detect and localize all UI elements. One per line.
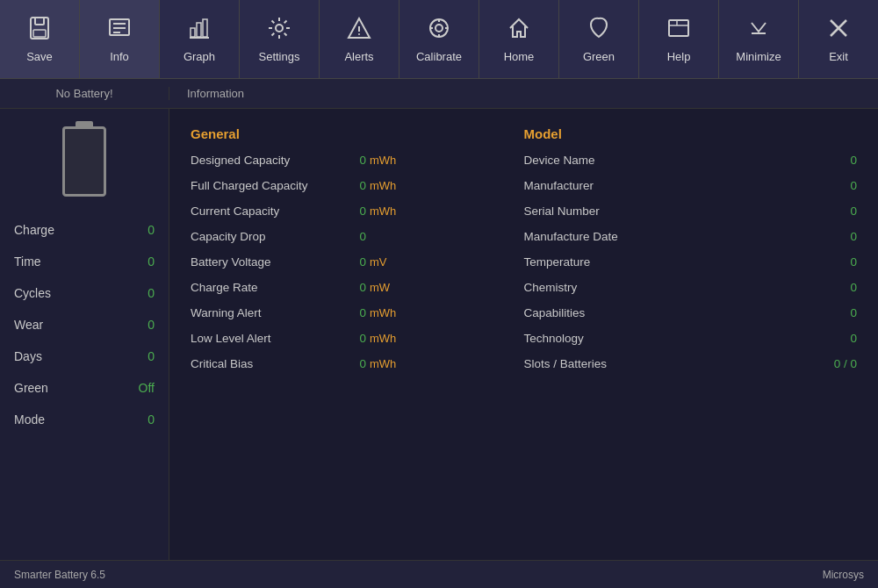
manufacture-date-value: 0 [665, 230, 858, 243]
cycles-stat: Cycles 0 [0, 277, 169, 309]
slots-batteries-value: 0 / 0 [665, 357, 858, 370]
capacity-drop-label: Capacity Drop [191, 230, 340, 243]
slots-batteries-label: Slots / Batteries [524, 357, 665, 370]
cycles-value: 0 [148, 286, 155, 300]
right-panel: General Designed Capacity 0 mWh Full Cha… [169, 109, 878, 560]
section-title: Information [169, 87, 244, 100]
svg-point-11 [276, 25, 283, 32]
charge-rate-value: 0 [340, 281, 366, 294]
graph-icon [187, 16, 212, 45]
model-header: Model [524, 126, 858, 141]
temperature-label: Temperature [524, 255, 665, 269]
footer-app-name: Smarter Battery 6.5 [14, 569, 105, 581]
green-icon [587, 16, 611, 45]
info-section: General Designed Capacity 0 mWh Full Cha… [191, 126, 857, 383]
exit-button[interactable]: Exit [799, 0, 878, 78]
help-button[interactable]: Help [639, 0, 719, 78]
calibrate-button[interactable]: Calibrate [399, 0, 479, 78]
manufacture-date-row: Manufacture Date 0 [524, 230, 858, 243]
days-stat: Days 0 [0, 341, 169, 372]
days-value: 0 [148, 349, 155, 363]
info-label: Info [110, 50, 129, 63]
technology-row: Technology 0 [524, 332, 858, 345]
save-icon [27, 16, 52, 45]
serial-number-row: Serial Number 0 [524, 204, 858, 218]
full-charged-row: Full Charged Capacity 0 mWh [191, 179, 524, 192]
toolbar: Save Info Graph [0, 0, 878, 79]
green-stat: Green Off [0, 372, 169, 404]
minimize-icon [746, 16, 771, 45]
green-label: Green [14, 381, 48, 395]
charge-rate-label: Charge Rate [191, 281, 340, 294]
subheader: No Battery! Information [0, 79, 878, 109]
green-button[interactable]: Green [559, 0, 639, 78]
critical-bias-label: Critical Bias [191, 357, 340, 370]
current-capacity-row: Current Capacity 0 mWh [191, 204, 524, 218]
designed-capacity-value: 0 [340, 154, 366, 167]
home-button[interactable]: Home [479, 0, 559, 78]
device-name-label: Device Name [524, 154, 665, 167]
capacity-drop-value: 0 [340, 230, 366, 243]
wear-stat: Wear 0 [0, 309, 169, 341]
technology-label: Technology [524, 332, 665, 345]
time-stat: Time 0 [0, 246, 169, 277]
general-header: General [191, 126, 524, 141]
exit-icon [826, 16, 851, 45]
temperature-value: 0 [665, 255, 858, 269]
chemistry-label: Chemistry [524, 281, 665, 294]
serial-number-label: Serial Number [524, 204, 665, 218]
battery-voltage-label: Battery Voltage [191, 255, 340, 269]
svg-rect-7 [191, 28, 195, 37]
svg-rect-1 [35, 18, 44, 25]
current-capacity-value: 0 [340, 204, 366, 218]
manufacturer-value: 0 [665, 179, 858, 192]
battery-voltage-row: Battery Voltage 0 mV [191, 255, 524, 269]
battery-icon [58, 118, 111, 197]
svg-point-13 [358, 33, 360, 35]
manufacturer-label: Manufacturer [524, 179, 665, 192]
svg-rect-2 [33, 30, 46, 37]
svg-rect-9 [203, 19, 207, 37]
help-label: Help [667, 50, 691, 63]
warning-alert-label: Warning Alert [191, 306, 340, 319]
footer-company: Microsys [823, 569, 864, 581]
exit-label: Exit [829, 50, 848, 63]
time-label: Time [14, 255, 41, 269]
save-button[interactable]: Save [0, 0, 80, 78]
wear-value: 0 [148, 318, 155, 332]
low-level-unit: mWh [370, 332, 396, 345]
alerts-button[interactable]: Alerts [320, 0, 399, 78]
info-button[interactable]: Info [80, 0, 160, 78]
alerts-icon [347, 16, 371, 45]
current-capacity-label: Current Capacity [191, 204, 340, 218]
green-value: Off [139, 381, 155, 395]
alerts-label: Alerts [344, 50, 373, 63]
mode-label: Mode [14, 412, 45, 427]
device-name-row: Device Name 0 [524, 154, 858, 167]
chemistry-row: Chemistry 0 [524, 281, 858, 294]
footer: Smarter Battery 6.5 Microsys [0, 560, 878, 588]
home-label: Home [504, 50, 535, 63]
capabilities-value: 0 [665, 306, 858, 319]
cycles-label: Cycles [14, 286, 51, 300]
calibrate-label: Calibrate [416, 50, 462, 63]
charge-stat: Charge 0 [0, 214, 169, 246]
settings-button[interactable]: Settings [240, 0, 320, 78]
chemistry-value: 0 [665, 281, 858, 294]
capacity-drop-row: Capacity Drop 0 [191, 230, 524, 243]
graph-label: Graph [184, 50, 215, 63]
svg-rect-8 [197, 23, 201, 37]
warning-alert-unit: mWh [370, 306, 396, 319]
full-charged-value: 0 [340, 179, 366, 192]
graph-button[interactable]: Graph [160, 0, 240, 78]
no-battery-label: No Battery! [0, 87, 169, 100]
low-level-row: Low Level Alert 0 mWh [191, 332, 524, 345]
help-icon [666, 16, 691, 45]
critical-bias-unit: mWh [370, 357, 396, 370]
info-icon [107, 16, 132, 45]
charge-rate-row: Charge Rate 0 mW [191, 281, 524, 294]
minimize-button[interactable]: Minimize [719, 0, 799, 78]
designed-capacity-unit: mWh [370, 154, 396, 167]
wear-label: Wear [14, 318, 43, 332]
designed-capacity-row: Designed Capacity 0 mWh [191, 154, 524, 167]
